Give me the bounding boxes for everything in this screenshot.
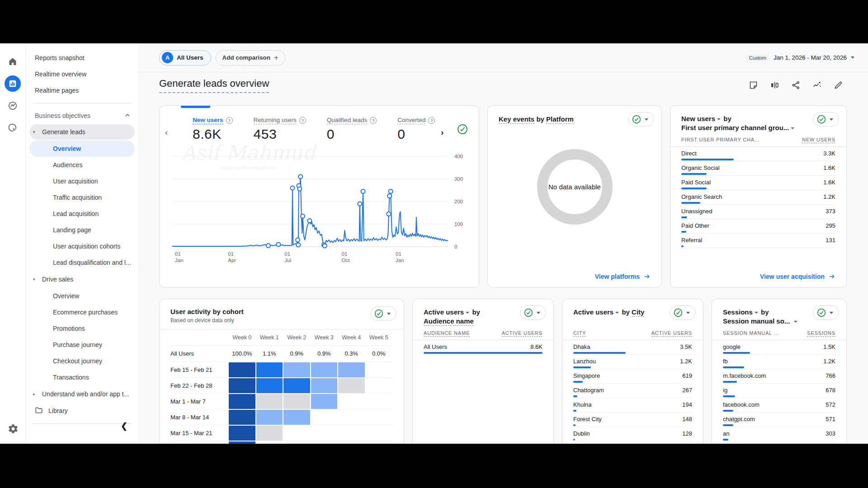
- metric-tab-qualified-leads[interactable]: Qualified leads?0: [327, 117, 377, 142]
- cohort-cell-medium[interactable]: [256, 362, 283, 377]
- sidebar-item-promotions[interactable]: Promotions: [29, 320, 135, 337]
- sidebar-item-overview[interactable]: Overview: [29, 288, 135, 304]
- help-icon[interactable]: ?: [299, 117, 306, 124]
- metrics-next-button[interactable]: ›: [441, 127, 443, 137]
- sessions-dimension-label[interactable]: Session manual so...: [723, 317, 790, 325]
- new-users-col-header[interactable]: NEW USERS: [802, 137, 835, 143]
- audience-name-col-header[interactable]: AUDIENCE NAME: [424, 330, 470, 337]
- cohort-cell-light[interactable]: [256, 410, 283, 425]
- cohort-status-dropdown[interactable]: [370, 306, 396, 321]
- sidebar-section-business-objectives[interactable]: Business objectives: [26, 108, 138, 123]
- sessions-col-header[interactable]: SESSIONS: [807, 330, 835, 337]
- cohort-cell-dark[interactable]: [229, 441, 255, 444]
- cohort-cell-dark[interactable]: [229, 410, 255, 425]
- cohort-cell-light[interactable]: [283, 362, 310, 377]
- city-metric-label[interactable]: Active users: [573, 308, 613, 316]
- metrics-prev-button[interactable]: ‹: [165, 127, 168, 137]
- cohort-cell-gray[interactable]: [338, 378, 365, 393]
- help-icon[interactable]: ?: [428, 117, 435, 124]
- channel-status-dropdown[interactable]: [813, 112, 839, 127]
- sidebar-collapse-button[interactable]: ❮: [121, 421, 127, 431]
- sidebar-item-traffic-acquisition[interactable]: Traffic acquisition: [29, 189, 135, 206]
- audience-dimension-label[interactable]: Audience name: [424, 317, 474, 326]
- help-icon[interactable]: ?: [226, 117, 233, 124]
- sidebar-group-generate-leads[interactable]: ▾Generate leads: [29, 124, 135, 140]
- sidebar-item-landing-page[interactable]: Landing page: [29, 222, 135, 238]
- sidebar-item-realtime-pages[interactable]: Realtime pages: [26, 82, 138, 99]
- active-users-col-header[interactable]: ACTIVE USERS: [502, 330, 542, 337]
- data-quality-check-icon[interactable]: [457, 124, 468, 136]
- sidebar-item-lead-disqualification-and-l-[interactable]: Lead disqualification and l...: [29, 254, 135, 271]
- cohort-cell-light[interactable]: [338, 362, 365, 377]
- share-icon[interactable]: [791, 80, 801, 92]
- cohort-cell-gray[interactable]: [283, 394, 310, 409]
- city-status-dropdown[interactable]: [670, 305, 696, 320]
- key-events-metric-label[interactable]: Key events: [499, 115, 534, 124]
- cohort-cell-dark[interactable]: [229, 394, 255, 409]
- sidebar-item-transactions[interactable]: Transactions: [29, 369, 135, 385]
- metric-tab-new-users[interactable]: New users?8.6K: [193, 117, 233, 142]
- sidebar-item-library[interactable]: Library: [26, 403, 138, 419]
- edit-pencil-icon[interactable]: [834, 80, 843, 92]
- channel-bar: [681, 188, 707, 189]
- help-icon[interactable]: ?: [370, 117, 377, 124]
- city-dimension-label[interactable]: City: [632, 308, 644, 317]
- sidebar-group-understand-web-and-or-app-t-[interactable]: ▸Understand web and/or app t...: [29, 386, 135, 402]
- page-notes-icon[interactable]: [749, 80, 758, 92]
- platform-dimension-label[interactable]: Platform: [546, 115, 574, 124]
- sidebar-item-audiences[interactable]: Audiences: [29, 157, 135, 173]
- channel-dimension-label[interactable]: First user primary channel grou...: [681, 124, 789, 131]
- sessions-metric-label[interactable]: Sessions: [723, 308, 753, 316]
- cohort-cell-medium[interactable]: [283, 378, 310, 393]
- sidebar-item-realtime-overview[interactable]: Realtime overview: [26, 66, 138, 82]
- channel-metric-label[interactable]: New users: [681, 115, 715, 122]
- cohort-cell-dark[interactable]: [229, 426, 255, 441]
- view-platforms-link[interactable]: View platforms: [595, 273, 651, 280]
- city-col-header[interactable]: CITY: [573, 330, 586, 337]
- home-icon[interactable]: [5, 53, 21, 70]
- cohort-cell-gray[interactable]: [256, 426, 283, 441]
- cohort-cell-medium[interactable]: [256, 378, 283, 393]
- metric-tab-converted[interactable]: Converted?0: [397, 117, 435, 142]
- key-events-status-dropdown[interactable]: [628, 112, 654, 127]
- audience-status-dropdown[interactable]: [520, 305, 546, 320]
- all-users-comparison-chip[interactable]: A All Users: [159, 50, 211, 66]
- cohort-cell-gray[interactable]: [256, 394, 283, 409]
- date-range-picker[interactable]: Custom Jan 1, 2026 - Mar 20, 2026: [746, 54, 854, 61]
- cohort-cell-dark[interactable]: [229, 378, 255, 393]
- ab-comparison-icon[interactable]: [770, 80, 779, 92]
- sidebar-item-overview[interactable]: Overview: [29, 141, 135, 157]
- audience-metric-label[interactable]: Active users: [424, 308, 464, 316]
- metric-label: New users?: [193, 117, 233, 124]
- cohort-cell-dark[interactable]: [229, 362, 255, 377]
- cohort-cell-light[interactable]: [311, 362, 338, 377]
- sidebar-item-checkout-journey[interactable]: Checkout journey: [29, 353, 135, 369]
- view-user-acquisition-link[interactable]: View user acquisition: [760, 273, 835, 280]
- sidebar-item-purchase-journey[interactable]: Purchase journey: [29, 337, 135, 353]
- explore-icon[interactable]: [5, 98, 21, 114]
- sessions-status-dropdown[interactable]: [813, 305, 839, 320]
- svg-text:01Oct: 01Oct: [342, 251, 350, 263]
- city-value: 619: [682, 372, 692, 379]
- sidebar-item-user-acquisition-cohorts[interactable]: User acquisition cohorts: [29, 238, 135, 254]
- channel-col-header[interactable]: FIRST USER PRIMARY CHA...: [681, 137, 760, 143]
- sidebar-group-drive-sales[interactable]: ▾Drive sales: [29, 272, 135, 287]
- add-comparison-button[interactable]: Add comparison +: [216, 50, 285, 66]
- cohort-cell-light[interactable]: [283, 410, 310, 425]
- cohort-cell-light[interactable]: [311, 378, 338, 393]
- active-users-col-header[interactable]: ACTIVE USERS: [651, 330, 692, 337]
- cohort-row: Mar 8 - Mar 14: [170, 409, 393, 425]
- metric-tab-returning-users[interactable]: Returning users?453: [254, 117, 306, 142]
- insights-icon[interactable]: [812, 80, 822, 92]
- sidebar-item-reports-snapshot[interactable]: Reports snapshot: [26, 50, 138, 66]
- admin-settings-gear-icon[interactable]: [0, 423, 26, 436]
- advertising-icon[interactable]: [5, 120, 21, 136]
- session-source-col-header[interactable]: SESSION MANUAL ...: [723, 330, 779, 337]
- cohort-cell-none: [366, 441, 392, 444]
- sidebar-item-lead-acquisition[interactable]: Lead acquisition: [29, 206, 135, 222]
- sidebar-item-user-acquisition[interactable]: User acquisition: [29, 173, 135, 189]
- analytics-reports-icon[interactable]: [5, 75, 21, 92]
- svg-text:300: 300: [454, 176, 463, 182]
- cohort-cell-light[interactable]: [311, 394, 338, 409]
- sidebar-item-ecommerce-purchases[interactable]: Ecommerce purchases: [29, 304, 135, 320]
